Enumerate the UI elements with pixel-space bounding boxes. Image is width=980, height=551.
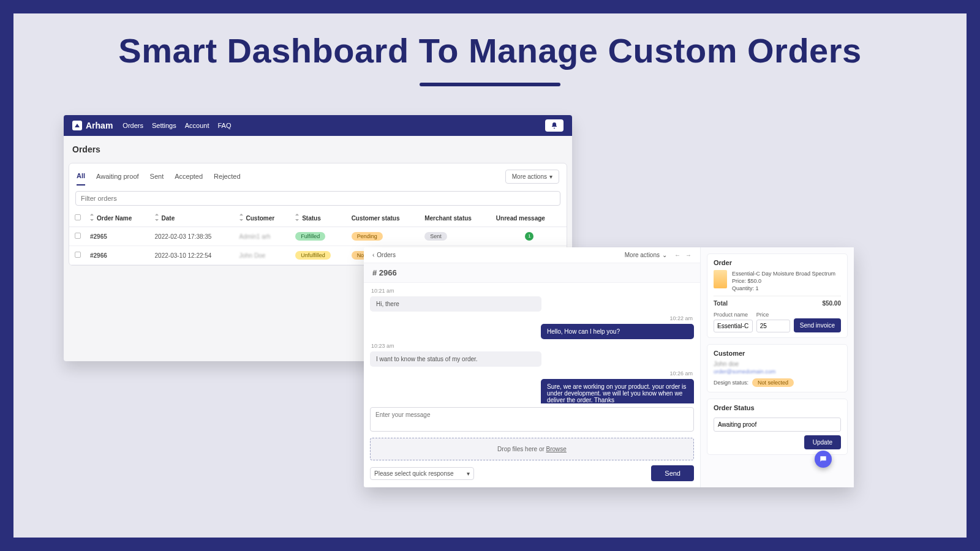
chevron-down-icon: ⌄ [662,252,667,258]
order-panel: Order Essential-C Day Moisture Broad Spe… [707,253,848,338]
nav-orders[interactable]: Orders [123,122,143,129]
tab-awaiting-proof[interactable]: Awaiting proof [96,173,139,185]
tab-sent[interactable]: Sent [150,173,164,185]
title-rule [420,83,560,86]
col-order-name[interactable]: Order Name [97,215,132,222]
sort-icon[interactable] [90,214,94,220]
bell-icon [551,122,558,129]
order-status-panel: Order Status Update [707,399,848,455]
nav-settings[interactable]: Settings [152,122,176,129]
more-actions-button[interactable]: More actions ▾ [505,170,559,184]
message-input[interactable] [370,407,694,432]
section-title: Orders [69,144,567,154]
order-status-input[interactable] [714,418,841,432]
product-price: Price: $50.0 [732,277,835,285]
chevron-left-icon: ‹ [372,252,374,258]
message-out: Sure, we are working on your product. yo… [541,379,694,403]
design-status-badge: Not selected [752,378,794,387]
sort-icon[interactable] [295,214,300,220]
customer-panel: Customer John doe order@somedomain.com D… [707,344,848,392]
brand[interactable]: Arham [72,121,113,130]
status-badge: Unfulfilled [295,251,331,260]
message-timestamp: 10:23 am [371,343,693,349]
caret-down-icon: ▾ [549,173,552,180]
order-link[interactable]: #2965 [90,233,107,240]
nav-account[interactable]: Account [185,122,209,129]
table-row[interactable]: #2965 2022-02-03 17:38:35 Admin1 arh Ful… [69,227,567,246]
detail-more-actions[interactable]: More actions ⌄ [625,252,667,258]
filter-orders-input[interactable] [75,191,560,206]
col-status[interactable]: Status [302,215,321,222]
product-name: Essential-C Day Moisture Broad Spectrum [732,270,835,277]
composer: Drop files here or Browse Please select … [364,403,700,487]
status-badge: Fulfilled [295,232,325,241]
detail-more-actions-label: More actions [625,252,660,258]
product-qty: Quantity: 1 [732,285,835,292]
field-price-input[interactable] [756,320,790,332]
notifications-button[interactable] [545,119,564,132]
chat-fab[interactable] [815,451,832,468]
next-order-arrow-icon[interactable]: → [685,252,692,258]
message-timestamp: 10:26 am [371,370,693,377]
quick-response-select[interactable]: Please select quick response ▾ [370,467,474,480]
select-all-checkbox[interactable] [75,214,81,220]
order-id: # 2966 [364,263,700,283]
nav-faq[interactable]: FAQ [217,122,231,129]
col-customer-status[interactable]: Customer status [352,215,400,222]
product-image [714,270,727,288]
sort-icon[interactable] [155,214,159,220]
quick-response-label: Please select quick response [374,470,454,477]
tab-all[interactable]: All [77,172,85,186]
col-unread[interactable]: Unread message [496,215,545,222]
order-customer: Admin1 arh [239,233,271,240]
unread-count: 1 [525,232,533,241]
order-link[interactable]: #2966 [90,252,107,259]
select-caret-icon: ▾ [467,470,470,477]
tab-rejected[interactable]: Rejected [214,173,240,185]
brand-label: Arham [86,121,113,130]
back-to-orders[interactable]: ‹ Orders [372,252,396,258]
field-product-input[interactable] [714,320,753,332]
col-merchant-status[interactable]: Merchant status [424,215,472,222]
customer-status-badge: Pending [352,232,383,241]
message-out: Hello, How can I help you? [541,324,694,339]
more-actions-label: More actions [512,173,547,180]
row-checkbox[interactable] [75,252,81,258]
message-in: I want to know the status of my order. [370,351,541,367]
file-dropzone[interactable]: Drop files here or Browse [370,438,694,460]
message-timestamp: 10:22 am [371,315,693,321]
col-date[interactable]: Date [162,215,175,222]
field-product-label: Product name [714,312,753,318]
prev-order-arrow-icon[interactable]: ← [674,252,680,258]
total-label: Total [714,300,728,307]
topnav: Orders Settings Account FAQ [123,122,231,129]
send-button[interactable]: Send [651,465,694,481]
order-panel-title: Order [714,259,841,266]
record-nav: ← → [674,252,692,258]
dropzone-text: Drop files here or [497,446,546,452]
brand-logo-icon [72,121,82,130]
customer-panel-title: Customer [714,350,841,357]
detail-header: ‹ Orders More actions ⌄ ← → [364,247,700,263]
tab-accepted[interactable]: Accepted [175,173,203,185]
chat-thread[interactable]: 10:21 amHi, there10:22 amHello, How can … [364,283,700,403]
message-timestamp: 10:21 am [371,288,693,294]
update-status-button[interactable]: Update [804,435,841,449]
topbar: Arham Orders Settings Account FAQ [64,115,572,136]
col-customer[interactable]: Customer [246,215,275,222]
orders-tabs: All Awaiting proof Sent Accepted Rejecte… [69,163,567,187]
message-in: Hi, there [370,296,541,312]
sort-icon[interactable] [239,214,244,220]
order-status-title: Order Status [714,404,841,411]
order-detail-app: ‹ Orders More actions ⌄ ← → # 2966 10:21… [364,247,854,487]
order-date: 2022-03-10 12:22:54 [151,246,236,265]
back-label: Orders [377,252,396,258]
row-checkbox[interactable] [75,233,81,239]
order-date: 2022-02-03 17:38:35 [151,227,236,246]
page-title: Smart Dashboard To Manage Custom Orders [13,31,967,70]
chat-bubble-icon [819,455,827,463]
send-invoice-button[interactable]: Send invoice [794,318,841,332]
browse-link[interactable]: Browse [546,446,567,452]
field-price-label: Price [756,312,790,318]
merchant-status-badge: Sent [424,232,447,241]
